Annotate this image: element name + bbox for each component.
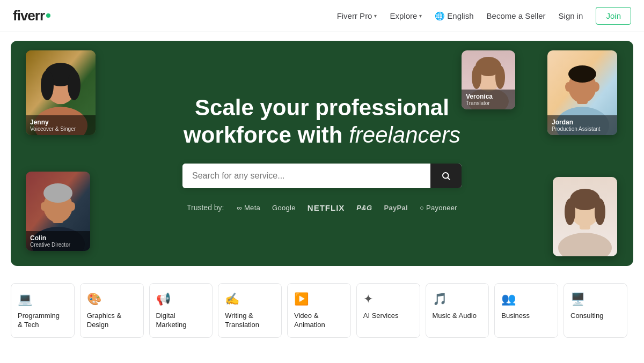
colin-label: Colin Creative Director: [26, 231, 90, 251]
svg-point-33: [565, 198, 575, 225]
category-card-consulting[interactable]: 🖥️Consulting: [564, 283, 627, 338]
svg-point-27: [593, 82, 599, 92]
hero-section: Jenny Voiceover & Singer: [11, 41, 633, 266]
freelancer-card-woman: [553, 177, 617, 256]
writing-label: Writing & Translation: [225, 312, 259, 330]
categories-row: 💻Programming & Tech🎨Graphics & Design📢Di…: [0, 275, 644, 349]
business-label: Business: [501, 312, 530, 321]
svg-line-36: [448, 177, 449, 179]
colin-name: Colin: [30, 234, 86, 242]
svg-point-34: [595, 198, 605, 225]
category-card-music[interactable]: 🎵Music & Audio: [426, 283, 489, 338]
header: fiverr Fiverr Pro ▾ Explore ▾ 🌐 English …: [0, 0, 644, 32]
music-icon: 🎵: [433, 292, 447, 306]
svg-point-19: [472, 65, 481, 89]
category-card-graphics[interactable]: 🎨Graphics & Design: [80, 283, 144, 338]
pg-logo: P&G: [356, 204, 372, 212]
meta-logo: ∞ Meta: [237, 204, 261, 212]
category-card-programming[interactable]: 💻Programming & Tech: [11, 283, 75, 338]
svg-point-5: [41, 70, 54, 100]
freelancer-card-colin: Colin Creative Director: [26, 172, 90, 251]
svg-point-26: [565, 82, 572, 92]
category-card-video[interactable]: ▶️Video & Animation: [287, 283, 351, 338]
consulting-label: Consulting: [570, 312, 603, 321]
business-icon: 👥: [501, 292, 516, 306]
ai-services-label: AI Services: [363, 312, 399, 321]
veronica-name: Veronica: [466, 93, 511, 100]
jenny-label: Jenny Voiceover & Singer: [26, 115, 96, 135]
search-icon: [441, 171, 451, 181]
svg-point-6: [68, 70, 80, 100]
explore-label: Explore: [390, 11, 417, 20]
search-bar: [182, 164, 462, 188]
payoneer-logo: ○ Payoneer: [420, 204, 457, 212]
category-card-ai-services[interactable]: ✦AI Services: [356, 283, 420, 338]
jordan-role: Production Assistant: [552, 126, 613, 132]
ai-services-icon: ✦: [363, 292, 373, 306]
veronica-role: Translator: [466, 100, 511, 106]
svg-point-13: [70, 202, 75, 211]
freelancer-card-veronica: Veronica Translator: [462, 50, 515, 109]
category-card-digital-marketing[interactable]: 📢Digital Marketing: [149, 283, 213, 338]
become-seller-button[interactable]: Become a Seller: [487, 11, 546, 20]
search-button[interactable]: [430, 164, 462, 188]
svg-point-12: [41, 202, 46, 211]
paypal-logo: PayPal: [384, 204, 407, 212]
programming-icon: 💻: [18, 292, 32, 306]
veronica-label: Veronica Translator: [462, 90, 515, 109]
category-card-writing[interactable]: ✍️Writing & Translation: [218, 283, 282, 338]
language-nav[interactable]: 🌐 English: [435, 11, 473, 21]
trusted-logos: ∞ Meta Google NETFLIX P&G PayPal ○ Payon…: [237, 203, 457, 212]
graphics-label: Graphics & Design: [87, 312, 121, 330]
fiverr-pro-nav[interactable]: Fiverr Pro ▾: [337, 11, 377, 20]
freelancer-card-jordan: Jordan Production Assistant: [547, 50, 617, 135]
video-icon: ▶️: [294, 292, 309, 306]
hero-content: Scale your professional workforce with f…: [182, 94, 462, 212]
fiverr-pro-chevron-icon: ▾: [374, 13, 377, 19]
svg-point-11: [43, 183, 72, 203]
main-nav: Fiverr Pro ▾ Explore ▾ 🌐 English Become …: [337, 7, 631, 25]
search-input[interactable]: [182, 164, 430, 188]
trusted-label: Trusted by:: [187, 203, 224, 212]
freelancer-card-jenny: Jenny Voiceover & Singer: [26, 50, 96, 135]
colin-role: Creative Director: [30, 242, 86, 248]
svg-point-20: [495, 65, 505, 89]
jordan-label: Jordan Production Assistant: [547, 115, 617, 135]
explore-chevron-icon: ▾: [419, 13, 422, 19]
svg-point-25: [568, 65, 596, 83]
writing-icon: ✍️: [225, 292, 239, 306]
fiverr-pro-label: Fiverr Pro: [337, 11, 372, 20]
netflix-logo: NETFLIX: [308, 203, 345, 212]
logo[interactable]: fiverr: [13, 8, 50, 24]
graphics-icon: 🎨: [87, 292, 101, 306]
jenny-name: Jenny: [30, 118, 91, 126]
globe-icon: 🌐: [435, 11, 445, 21]
category-card-business[interactable]: 👥Business: [494, 283, 558, 338]
explore-nav[interactable]: Explore ▾: [390, 11, 422, 20]
google-logo: Google: [272, 204, 296, 212]
programming-label: Programming & Tech: [18, 312, 60, 330]
logo-dot: [46, 13, 50, 18]
digital-marketing-icon: 📢: [156, 292, 171, 306]
music-label: Music & Audio: [433, 312, 477, 321]
jenny-role: Voiceover & Singer: [30, 126, 91, 132]
hero-title: Scale your professional workforce with f…: [184, 94, 460, 149]
consulting-icon: 🖥️: [570, 292, 585, 306]
join-button[interactable]: Join: [596, 7, 631, 25]
video-label: Video & Animation: [294, 312, 325, 330]
language-label: English: [447, 11, 473, 20]
trusted-row: Trusted by: ∞ Meta Google NETFLIX P&G Pa…: [187, 203, 457, 212]
digital-marketing-label: Digital Marketing: [156, 312, 187, 330]
signin-button[interactable]: Sign in: [559, 11, 583, 20]
jordan-name: Jordan: [552, 118, 613, 126]
logo-text: fiverr: [13, 8, 45, 24]
